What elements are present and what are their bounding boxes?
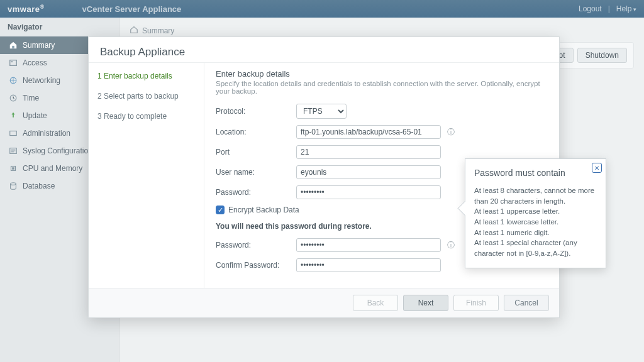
sidebar-item-label: Update — [23, 111, 47, 120]
product-title: vCenter Server Appliance — [82, 4, 182, 14]
port-label: Port — [216, 148, 290, 156]
confirm-password-input[interactable] — [296, 258, 441, 272]
sidebar-item-label: Administration — [23, 129, 70, 138]
update-icon — [9, 111, 18, 120]
next-button[interactable]: Next — [403, 295, 448, 311]
wizard-step-2: 2 Select parts to backup — [97, 92, 195, 101]
tooltip-line: At least 1 uppercase letter. — [474, 206, 597, 217]
cancel-button[interactable]: Cancel — [504, 295, 549, 311]
wizard-steps: 1 Enter backup details 2 Select parts to… — [89, 63, 204, 288]
nav-header: Navigator — [0, 18, 119, 36]
shutdown-button[interactable]: Shutdown — [577, 48, 627, 63]
admin-icon — [9, 129, 18, 138]
svg-rect-4 — [10, 131, 17, 136]
sidebar-item-label: Networking — [23, 76, 60, 85]
password-input[interactable] — [296, 185, 441, 199]
tooltip-line: At least 1 numeric digit. — [474, 228, 597, 238]
database-icon — [9, 182, 18, 190]
section-title: Enter backup details — [216, 69, 548, 79]
password-label: Password: — [216, 188, 290, 197]
port-input[interactable] — [296, 145, 441, 159]
protocol-label: Protocol: — [216, 107, 290, 116]
sidebar-item-label: Syslog Configuration — [23, 146, 92, 155]
wizard-step-1[interactable]: 1 Enter backup details — [97, 72, 195, 80]
tooltip-line: At least 1 special character (any charac… — [474, 238, 597, 258]
sidebar-item-label: CPU and Memory — [23, 164, 82, 173]
encrypt-checkbox[interactable]: ✓ — [216, 206, 225, 214]
username-input[interactable] — [296, 165, 441, 179]
tooltip-line: At least 1 lowercase letter. — [474, 217, 597, 228]
section-subtitle: Specify the location details and credent… — [216, 80, 548, 95]
sidebar-item-label: Time — [23, 94, 39, 102]
sidebar-item-label: Summary — [23, 41, 55, 50]
tooltip-title: Password must contain — [474, 168, 597, 178]
brand-logo: vmware® — [8, 4, 45, 14]
sidebar-item-label: Database — [23, 182, 55, 190]
tooltip-line: At least 8 characters, cannot be more th… — [474, 185, 597, 206]
brand-text: vmware — [8, 4, 40, 14]
help-dropdown[interactable]: Help — [616, 4, 636, 13]
svg-rect-7 — [12, 167, 14, 170]
home-icon[interactable] — [130, 25, 138, 36]
encrypt-password-input[interactable] — [296, 238, 441, 252]
protocol-select[interactable]: FTPS — [296, 104, 347, 119]
close-icon[interactable]: ✕ — [592, 163, 602, 173]
home-icon — [9, 41, 18, 50]
confirm-password-label: Confirm Password: — [216, 261, 290, 270]
encrypt-label: Encrypt Backup Data — [228, 206, 299, 214]
syslog-icon — [9, 146, 18, 155]
modal-title: Backup Appliance — [89, 37, 559, 63]
network-icon — [9, 76, 18, 85]
cpu-icon — [9, 164, 18, 173]
logout-link[interactable]: Logout — [579, 4, 602, 13]
clock-icon — [9, 94, 18, 102]
breadcrumb-item[interactable]: Summary — [142, 26, 174, 35]
location-input[interactable] — [296, 125, 441, 139]
svg-point-8 — [11, 183, 16, 185]
location-label: Location: — [216, 128, 290, 136]
encrypt-password-label: Password: — [216, 241, 290, 250]
top-bar: vmware® vCenter Server Appliance Logout … — [0, 0, 644, 18]
access-icon — [9, 58, 18, 67]
username-label: User name: — [216, 168, 290, 177]
info-icon[interactable]: ⓘ — [447, 127, 455, 138]
back-button[interactable]: Back — [353, 295, 398, 311]
sidebar-item-label: Access — [23, 58, 47, 67]
top-right-links: Logout | Help — [579, 4, 636, 13]
info-icon[interactable]: ⓘ — [447, 240, 455, 251]
separator: | — [608, 4, 610, 13]
wizard-footer: Back Next Finish Cancel — [89, 288, 559, 317]
svg-rect-0 — [10, 60, 17, 66]
password-tooltip: ✕ Password must contain At least 8 chara… — [465, 158, 606, 268]
wizard-step-3: 3 Ready to complete — [97, 112, 195, 121]
svg-rect-1 — [11, 61, 13, 62]
finish-button[interactable]: Finish — [453, 295, 499, 311]
